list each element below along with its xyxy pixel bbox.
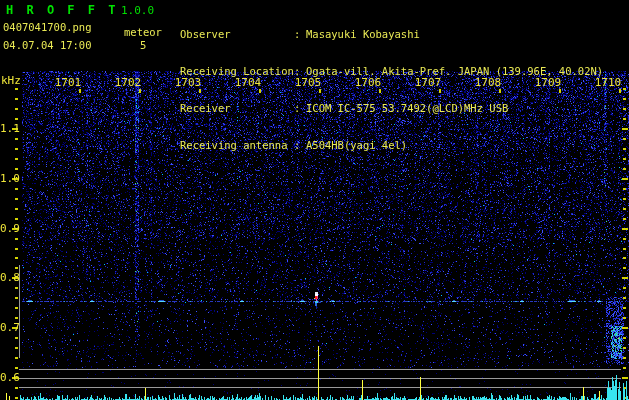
info-row-observer: Observer:Masayuki Kobayashi xyxy=(180,28,629,41)
info-value: A504HB(yagi 4el) xyxy=(302,139,407,152)
info-value: Masayuki Kobayashi xyxy=(302,28,420,41)
time-axis-label: 1705 xyxy=(295,77,322,88)
mode-label: meteor xyxy=(124,26,162,38)
info-separator: : xyxy=(294,102,302,115)
time-axis-label: 1708 xyxy=(475,77,502,88)
info-label: Receiver xyxy=(180,102,294,115)
output-filename: 0407041700.png xyxy=(3,21,92,33)
station-info-block: Observer:Masayuki Kobayashi Receiving Lo… xyxy=(180,4,629,176)
y-axis-unit-label: kHz xyxy=(1,75,21,86)
app-version: 1.0.0 xyxy=(121,4,154,17)
info-separator: : xyxy=(294,28,302,41)
info-label: Observer xyxy=(180,28,294,41)
freq-axis-label: 0.8 xyxy=(0,272,13,283)
time-axis-label: 1701 xyxy=(55,77,82,88)
time-axis-label: 1710 xyxy=(595,77,622,88)
info-label: Receiving antenna xyxy=(180,139,294,152)
time-axis-label: 1707 xyxy=(415,77,442,88)
time-axis-label: 1709 xyxy=(535,77,562,88)
hrofft-output-screen: H R O F F T 1.0.0 0407041700.png meteor … xyxy=(0,0,629,400)
time-axis-label: 1706 xyxy=(355,77,382,88)
freq-axis-label: 1.1 xyxy=(0,123,13,134)
observation-datetime: 04.07.04 17:00 xyxy=(3,39,92,51)
time-axis-label: 1702 xyxy=(115,77,142,88)
time-axis-label: 1703 xyxy=(175,77,202,88)
freq-axis-label: 0.6 xyxy=(0,372,13,383)
app-title: H R O F F T xyxy=(6,3,118,17)
info-separator: : xyxy=(294,139,302,152)
info-value: ICOM IC-575 53.7492(@LCD)MHz USB xyxy=(302,102,508,115)
freq-axis-label: 0.7 xyxy=(0,322,13,333)
time-axis-label: 1704 xyxy=(235,77,262,88)
freq-axis-label: 1.0 xyxy=(0,173,13,184)
freq-axis-label: 0.9 xyxy=(0,223,13,234)
info-row-receiving-antenna: Receiving antenna:A504HB(yagi 4el) xyxy=(180,139,629,152)
meteor-count: 5 xyxy=(140,39,146,51)
info-row-receiver: Receiver:ICOM IC-575 53.7492(@LCD)MHz US… xyxy=(180,102,629,115)
